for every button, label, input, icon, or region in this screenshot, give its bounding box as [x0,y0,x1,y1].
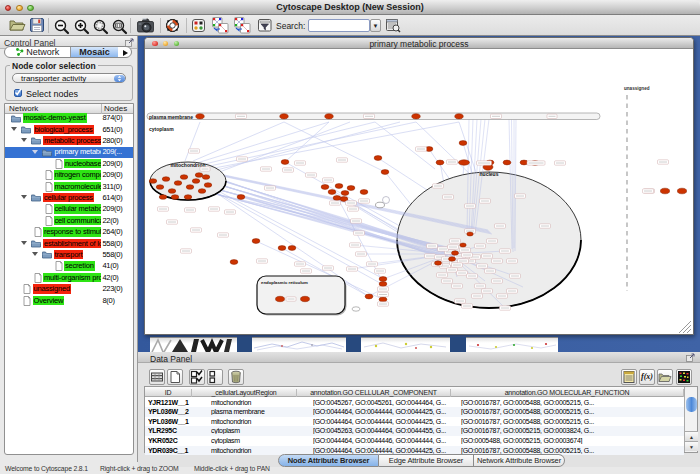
svg-text:plasma membrane: plasma membrane [149,114,193,120]
svg-text:cytoplasm: cytoplasm [149,126,174,132]
svg-text:unassigned: unassigned [624,86,650,91]
svg-text:nucleus: nucleus [480,171,499,177]
svg-text:endoplasmic reticulum: endoplasmic reticulum [261,280,308,285]
